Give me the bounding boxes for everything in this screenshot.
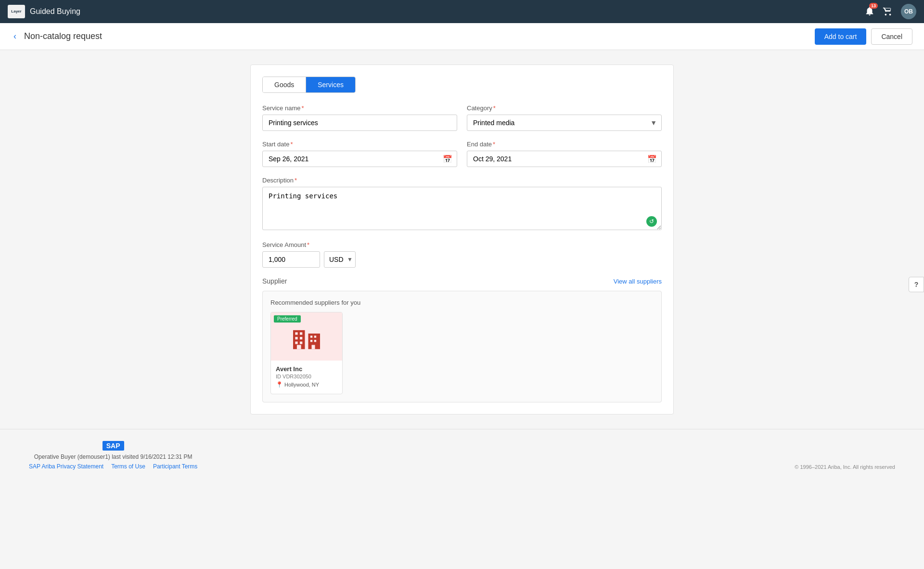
location-pin-icon: 📍 [276, 381, 283, 388]
svg-rect-4 [295, 337, 297, 339]
supplier-info: Avert Inc ID VDR302050 📍 Hollywood, NY [271, 361, 342, 394]
supplier-card[interactable]: Preferred [270, 312, 343, 394]
service-amount-input[interactable] [262, 251, 320, 268]
cancel-button[interactable]: Cancel [871, 28, 912, 45]
view-all-suppliers-link[interactable]: View all suppliers [614, 278, 662, 285]
footer-logo: SAP [29, 441, 197, 451]
form-container: Goods Services Service name* Category* P… [250, 65, 674, 414]
svg-rect-9 [314, 336, 316, 337]
end-date-input[interactable] [467, 151, 662, 167]
group-description: Description* Printing services ↺ [262, 177, 662, 232]
main-content: Goods Services Service name* Category* P… [0, 50, 924, 429]
footer-copyright: © 1996–2021 Ariba, Inc. All rights reser… [795, 464, 895, 470]
svg-rect-5 [300, 337, 302, 339]
row-description: Description* Printing services ↺ [262, 177, 662, 232]
preferred-badge: Preferred [274, 315, 301, 323]
svg-rect-8 [310, 336, 312, 337]
end-date-wrapper: 📅 [467, 151, 662, 167]
supplier-header: Supplier View all suppliers [262, 277, 662, 285]
tab-services[interactable]: Services [306, 77, 355, 92]
tab-group: Goods Services [262, 77, 356, 93]
footer-links: SAP Ariba Privacy Statement Terms of Use… [29, 463, 197, 470]
notifications-badge: 13 [869, 3, 878, 9]
app-logo: Layer [8, 5, 25, 18]
currency-wrapper: USD EUR GBP ▼ [324, 251, 356, 268]
supplier-building-icon [290, 320, 323, 353]
supplier-card-image: Preferred [271, 312, 342, 361]
row-dates: Start date* 📅 End date* 📅 [262, 141, 662, 167]
start-date-input[interactable] [262, 151, 457, 167]
required-star-end: * [493, 141, 495, 148]
back-button[interactable]: ‹ [12, 29, 18, 43]
category-select-wrapper: Printed media Digital media Other ▼ [467, 115, 662, 131]
footer-center: SAP Operative Buyer (demouser1) last vis… [29, 441, 197, 470]
notifications-icon[interactable]: 13 [864, 6, 875, 18]
app-header: Layer Guided Buying 13 OB [0, 0, 924, 23]
svg-rect-10 [310, 340, 312, 342]
supplier-name: Avert Inc [276, 365, 337, 373]
user-avatar[interactable]: OB [901, 4, 916, 19]
cart-icon[interactable] [883, 6, 893, 18]
start-date-wrapper: 📅 [262, 151, 457, 167]
amount-row: USD EUR GBP ▼ [262, 251, 662, 268]
tab-goods[interactable]: Goods [263, 77, 306, 92]
description-label: Description* [262, 177, 662, 184]
help-button[interactable]: ? [909, 277, 924, 292]
refresh-icon: ↺ [646, 216, 657, 227]
currency-select[interactable]: USD EUR GBP [324, 251, 356, 268]
svg-rect-6 [295, 342, 297, 344]
description-wrapper: Printing services ↺ [262, 187, 662, 232]
required-star-amount: * [307, 241, 309, 248]
svg-rect-11 [314, 340, 316, 342]
sub-header: ‹ Non-catalog request Add to cart Cancel [0, 23, 924, 50]
category-label: Category* [467, 104, 662, 112]
svg-rect-7 [300, 342, 302, 344]
supplier-id: ID VDR302050 [276, 374, 337, 379]
recommended-label: Recommended suppliers for you [270, 299, 654, 306]
supplier-section: Supplier View all suppliers Recommended … [262, 277, 662, 402]
service-name-label: Service name* [262, 104, 457, 112]
svg-rect-3 [300, 332, 302, 335]
footer-bottom: SAP Operative Buyer (demouser1) last vis… [0, 441, 924, 470]
header-left: Layer Guided Buying [8, 5, 80, 18]
group-service-amount: Service Amount* USD EUR GBP ▼ [262, 241, 662, 268]
header-right: 13 OB [864, 4, 916, 19]
page-title: Non-catalog request [24, 31, 102, 41]
service-name-input[interactable] [262, 115, 457, 131]
required-star-category: * [493, 104, 496, 112]
row-service-category: Service name* Category* Printed media Di… [262, 104, 662, 131]
app-title: Guided Buying [30, 7, 80, 16]
required-star-start: * [290, 141, 293, 148]
supplier-box: Recommended suppliers for you Preferred [262, 291, 662, 402]
sub-header-right: Add to cart Cancel [815, 28, 912, 45]
group-service-name: Service name* [262, 104, 457, 131]
group-end-date: End date* 📅 [467, 141, 662, 167]
start-date-label: Start date* [262, 141, 457, 148]
category-select[interactable]: Printed media Digital media Other [467, 115, 662, 131]
footer-operative-text: Operative Buyer (demouser1) last visited… [29, 453, 197, 460]
add-to-cart-button[interactable]: Add to cart [815, 28, 867, 45]
required-star: * [301, 104, 304, 112]
privacy-link[interactable]: SAP Ariba Privacy Statement [29, 463, 103, 470]
supplier-label: Supplier [262, 277, 287, 285]
supplier-location: 📍 Hollywood, NY [276, 381, 337, 388]
participant-link[interactable]: Participant Terms [153, 463, 197, 470]
sap-logo: SAP [103, 441, 124, 451]
required-star-desc: * [295, 177, 297, 184]
end-date-label: End date* [467, 141, 662, 148]
svg-rect-13 [312, 345, 315, 349]
footer: SAP Operative Buyer (demouser1) last vis… [0, 429, 924, 479]
terms-link[interactable]: Terms of Use [111, 463, 145, 470]
group-start-date: Start date* 📅 [262, 141, 457, 167]
svg-rect-2 [295, 332, 297, 335]
group-category: Category* Printed media Digital media Ot… [467, 104, 662, 131]
service-amount-label: Service Amount* [262, 241, 662, 248]
svg-rect-12 [297, 345, 301, 349]
sub-header-left: ‹ Non-catalog request [12, 29, 102, 43]
description-textarea[interactable]: Printing services [262, 187, 662, 230]
